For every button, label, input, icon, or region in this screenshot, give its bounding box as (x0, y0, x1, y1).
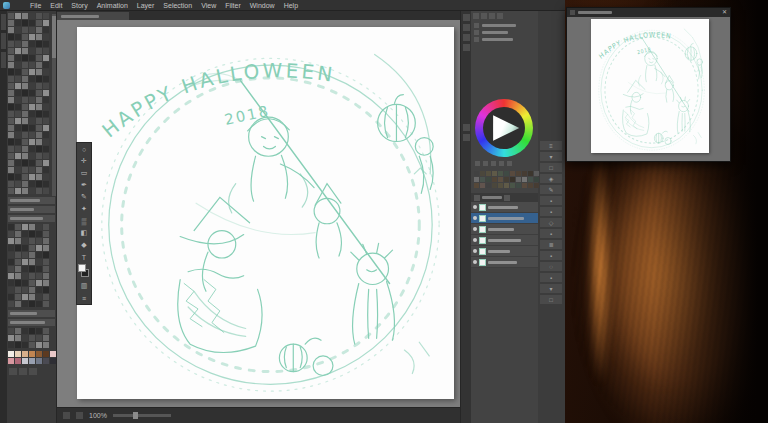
panel-header-icon[interactable] (473, 13, 479, 19)
material-swatch[interactable] (22, 20, 28, 26)
material-swatch[interactable] (8, 294, 14, 300)
material-swatch[interactable] (22, 34, 28, 40)
color-swatch[interactable] (474, 171, 479, 176)
material-swatch[interactable] (8, 335, 14, 341)
material-swatch[interactable] (36, 76, 42, 82)
material-swatch[interactable] (36, 335, 42, 341)
tool-property-row[interactable] (471, 35, 538, 42)
material-swatch[interactable] (43, 104, 49, 110)
color-swatch[interactable] (43, 351, 49, 357)
material-swatch[interactable] (8, 90, 14, 96)
material-swatch[interactable] (36, 153, 42, 159)
material-swatch[interactable] (15, 231, 21, 237)
panel-menu-icon[interactable] (497, 13, 503, 19)
material-swatch[interactable] (36, 167, 42, 173)
material-swatch[interactable] (8, 252, 14, 258)
color-swatch[interactable] (50, 351, 56, 357)
canvas-workspace[interactable] (57, 20, 460, 407)
material-swatch[interactable] (8, 328, 14, 334)
material-swatch[interactable] (29, 160, 35, 166)
menu-window[interactable]: Window (250, 0, 275, 11)
material-swatch[interactable] (8, 273, 14, 279)
brush-group-item[interactable] (8, 197, 55, 204)
material-swatch[interactable] (15, 273, 21, 279)
material-swatch[interactable] (29, 118, 35, 124)
dock-button-4[interactable]: ◈ (540, 174, 562, 183)
material-swatch[interactable] (8, 55, 14, 61)
panel-tab[interactable] (1, 14, 6, 30)
material-swatch[interactable] (22, 181, 28, 187)
material-swatch[interactable] (43, 62, 49, 68)
color-swatch[interactable] (528, 177, 533, 182)
material-swatch[interactable] (29, 252, 35, 258)
material-swatch[interactable] (22, 167, 28, 173)
color-swatch[interactable] (29, 358, 35, 364)
material-swatch[interactable] (43, 13, 49, 19)
visibility-icon[interactable] (473, 238, 477, 242)
material-swatch[interactable] (8, 224, 14, 230)
material-swatch[interactable] (15, 90, 21, 96)
material-swatch[interactable] (36, 280, 42, 286)
color-swatch[interactable] (516, 183, 521, 188)
material-swatch[interactable] (43, 34, 49, 40)
material-swatch[interactable] (15, 62, 21, 68)
material-swatch[interactable] (29, 167, 35, 173)
material-swatch[interactable] (36, 238, 42, 244)
material-swatch[interactable] (43, 41, 49, 47)
material-swatch[interactable] (22, 76, 28, 82)
material-swatch[interactable] (29, 266, 35, 272)
material-swatch[interactable] (29, 146, 35, 152)
material-swatch[interactable] (15, 301, 21, 307)
tool-fill[interactable]: ◆ (77, 239, 91, 251)
material-swatch[interactable] (15, 167, 21, 173)
material-swatch[interactable] (22, 125, 28, 131)
menu-edit[interactable]: Edit (50, 0, 62, 11)
material-swatch[interactable] (43, 231, 49, 237)
dock-button-10[interactable]: ≣ (540, 240, 562, 249)
dock-button-6[interactable]: ▪ (540, 196, 562, 205)
dock-button-2[interactable]: ▾ (540, 152, 562, 161)
material-swatch[interactable] (15, 342, 21, 348)
opacity-icon[interactable] (504, 195, 510, 201)
rotate-view-icon[interactable] (63, 412, 70, 419)
tool-pencil[interactable]: ✎ (77, 191, 91, 203)
color-swatch[interactable] (8, 358, 14, 364)
color-mode-button[interactable] (475, 161, 480, 166)
material-swatch[interactable] (15, 294, 21, 300)
material-swatch[interactable] (8, 245, 14, 251)
material-swatch[interactable] (22, 287, 28, 293)
material-swatch[interactable] (43, 118, 49, 124)
tool-property-row[interactable] (471, 21, 538, 28)
material-swatch[interactable] (36, 20, 42, 26)
material-swatch[interactable] (36, 104, 42, 110)
material-swatch[interactable] (36, 160, 42, 166)
material-swatch[interactable] (8, 111, 14, 117)
material-swatch[interactable] (43, 132, 49, 138)
material-swatch[interactable] (43, 301, 49, 307)
material-swatch[interactable] (8, 20, 14, 26)
material-swatch[interactable] (43, 294, 49, 300)
dock-button-8[interactable]: ◇ (540, 218, 562, 227)
material-swatch[interactable] (36, 132, 42, 138)
material-swatch[interactable] (43, 20, 49, 26)
delete-swatch-button[interactable] (19, 368, 27, 375)
material-swatch[interactable] (36, 252, 42, 258)
material-swatch[interactable] (22, 224, 28, 230)
color-swatch[interactable] (522, 183, 527, 188)
color-mode-button[interactable] (507, 161, 512, 166)
color-swatch[interactable] (36, 358, 42, 364)
material-swatch[interactable] (22, 188, 28, 194)
color-mode-button[interactable] (483, 161, 488, 166)
material-swatch[interactable] (29, 259, 35, 265)
material-swatch[interactable] (29, 153, 35, 159)
tool-text[interactable]: T (77, 251, 91, 263)
material-swatch[interactable] (8, 146, 14, 152)
material-swatch[interactable] (29, 294, 35, 300)
color-swatch[interactable] (516, 171, 521, 176)
document-tab[interactable] (57, 12, 129, 20)
material-swatch[interactable] (8, 259, 14, 265)
dock-button-13[interactable]: ▪ (540, 273, 562, 282)
zoom-slider[interactable] (113, 414, 171, 417)
material-swatch[interactable] (22, 273, 28, 279)
tool-gradient[interactable]: ▥ (77, 280, 91, 292)
